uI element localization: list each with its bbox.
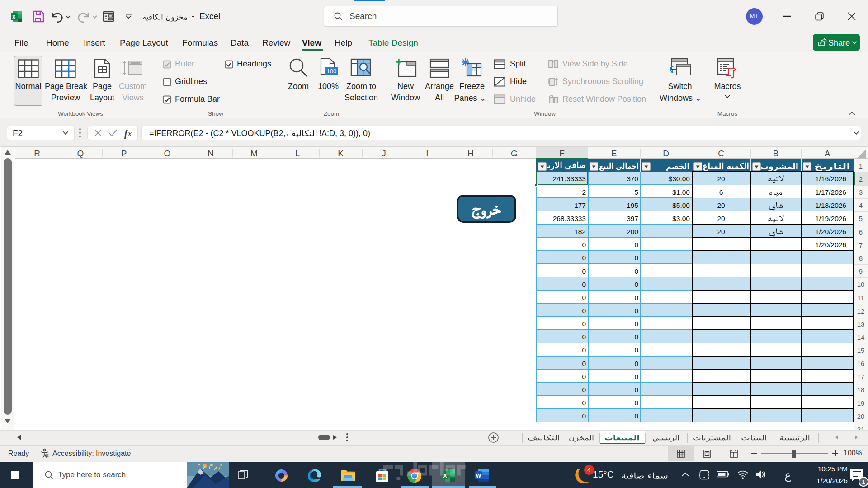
- svg-text:W: W: [476, 473, 481, 479]
- svg-text:100: 100: [327, 68, 337, 75]
- svg-text:1: 1: [862, 479, 865, 485]
- svg-text:X: X: [12, 14, 15, 20]
- svg-text:4: 4: [587, 466, 591, 474]
